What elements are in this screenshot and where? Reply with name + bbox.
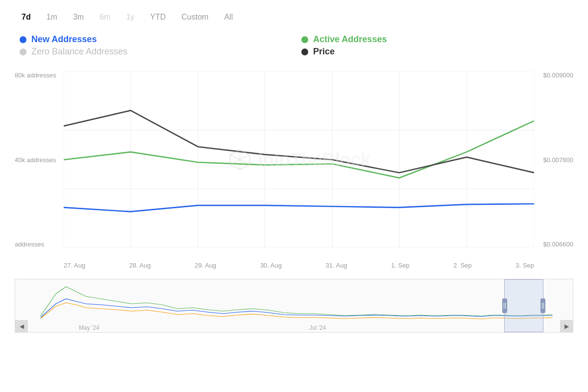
scroll-left-button[interactable]: ◀ — [15, 320, 28, 333]
time-btn-1m[interactable]: 1m — [40, 10, 64, 24]
legend-dot-active-addresses — [301, 36, 308, 43]
legend-dot-zero-balance — [20, 49, 26, 55]
y-label-bot: addresses — [15, 241, 56, 248]
legend-dot-price — [301, 49, 308, 55]
y-label-mid: 40k addresses — [15, 156, 56, 164]
navigator-selection[interactable] — [504, 279, 543, 332]
chart-legend: New AddressesActive AddressesZero Balanc… — [15, 34, 573, 57]
y-right-top: $0.009000 — [543, 72, 573, 79]
mini-label-jul: Jul '24 — [309, 324, 326, 331]
time-btn-6m: 6m — [93, 10, 117, 24]
x-label-2.-sep: 2. Sep — [453, 262, 472, 269]
x-label-29.-aug: 29. Aug — [195, 262, 216, 269]
time-btn-all[interactable]: All — [217, 10, 240, 24]
x-label-28.-aug: 28. Aug — [129, 262, 151, 269]
legend-item-price[interactable]: Price — [301, 47, 573, 57]
y-right-mid: $0.007800 — [543, 156, 573, 164]
time-btn-1y: 1y — [119, 10, 141, 24]
legend-label-zero-balance: Zero Balance Addresses — [31, 47, 127, 57]
mini-chart[interactable]: May '24 Jul '24 ◀ ▶ — [15, 279, 573, 333]
main-chart-area: 80k addresses 40k addresses addresses $0… — [15, 72, 573, 258]
legend-item-new-addresses[interactable]: New Addresses — [20, 34, 292, 45]
x-label-27.-aug: 27. Aug — [64, 262, 85, 269]
mini-label-may: May '24 — [79, 324, 99, 331]
main-container: 7d1m3m6m1yYTDCustomAll New AddressesActi… — [0, 0, 588, 392]
x-label-3.-sep: 3. Sep — [515, 262, 534, 269]
legend-dot-new-addresses — [20, 36, 26, 43]
y-right-bot: $0.006600 — [543, 241, 573, 248]
mini-chart-inner: May '24 Jul '24 — [15, 279, 573, 332]
x-label-1.-sep: 1. Sep — [391, 262, 410, 269]
legend-label-active-addresses: Active Addresses — [313, 34, 387, 45]
x-axis: 27. Aug28. Aug29. Aug30. Aug31. Aug1. Se… — [15, 258, 573, 269]
time-btn-7d[interactable]: 7d — [15, 10, 38, 24]
x-label-31.-aug: 31. Aug — [326, 262, 347, 269]
chart-svg-container: IntoTheBlock — [64, 72, 534, 248]
legend-item-zero-balance[interactable]: Zero Balance Addresses — [20, 47, 292, 57]
navigator-right-handle[interactable] — [540, 298, 545, 313]
time-range-bar: 7d1m3m6m1yYTDCustomAll — [15, 10, 573, 24]
time-btn-custom[interactable]: Custom — [174, 10, 215, 24]
time-btn-3m[interactable]: 3m — [66, 10, 91, 24]
time-btn-ytd[interactable]: YTD — [143, 10, 172, 24]
y-axis-left: 80k addresses 40k addresses addresses — [15, 72, 56, 258]
navigator-left-handle[interactable] — [502, 298, 507, 313]
legend-label-price: Price — [313, 47, 335, 57]
x-label-30.-aug: 30. Aug — [260, 262, 282, 269]
y-label-top: 80k addresses — [15, 72, 56, 79]
legend-label-new-addresses: New Addresses — [31, 34, 97, 45]
legend-item-active-addresses[interactable]: Active Addresses — [301, 34, 573, 45]
scroll-right-button[interactable]: ▶ — [560, 320, 573, 333]
y-axis-right: $0.009000 $0.007800 $0.006600 — [543, 72, 573, 258]
